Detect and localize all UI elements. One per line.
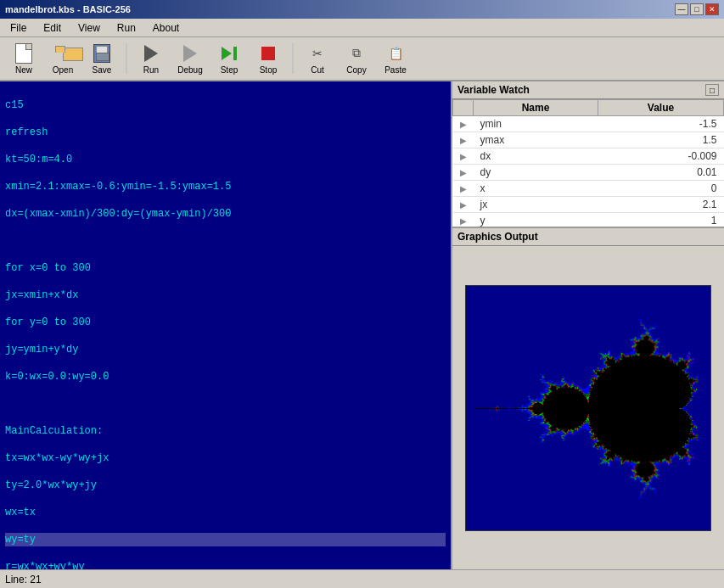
- mandelbrot-canvas: [465, 285, 711, 531]
- var-indicator: ▶: [453, 213, 474, 227]
- variable-watch-expand[interactable]: □: [705, 84, 719, 96]
- code-line: r=wx*wx+wy*wy: [5, 560, 446, 569]
- variable-row: ▶ dx -0.009: [453, 148, 724, 165]
- status-bar: Line: 21: [0, 569, 724, 588]
- toolbar: New Open Save Run Debug Step Stop: [0, 37, 724, 81]
- code-line: refresh: [5, 126, 446, 139]
- menu-file[interactable]: File: [3, 20, 33, 36]
- debug-icon: [183, 45, 197, 62]
- step-button[interactable]: Step: [210, 40, 248, 77]
- var-name: ymax: [474, 132, 598, 148]
- minimize-button[interactable]: —: [675, 3, 688, 15]
- code-line: wx=tx: [5, 506, 446, 519]
- paste-button[interactable]: 📋 Paste: [377, 40, 414, 77]
- close-button[interactable]: ✕: [705, 3, 719, 15]
- code-line: k=0:wx=0.0:wy=0.0: [5, 370, 446, 384]
- code-line: dx=(xmax-xmin)/300:dy=(ymax-ymin)/300: [5, 207, 446, 221]
- var-indicator: ▶: [453, 165, 474, 181]
- toolbar-separator-1: [126, 43, 127, 74]
- var-indicator: ▶: [453, 197, 474, 213]
- code-editor[interactable]: c15 refresh kt=50:m=4.0 xmin=2.1:xmax=-0…: [0, 81, 451, 569]
- app-title: mandelbrot.kbs - BASIC-256: [5, 4, 131, 14]
- variable-row: ▶ y 1: [453, 213, 724, 227]
- var-value: 1: [598, 213, 723, 227]
- code-line: tx=wx*wx-wy*wy+jx: [5, 451, 446, 465]
- status-text: Line: 21: [5, 574, 42, 585]
- code-line: xmin=2.1:xmax=-0.6:ymin=-1.5:ymax=1.5: [5, 180, 446, 193]
- code-line: jy=ymin+y*dy: [5, 343, 446, 356]
- var-name: ymin: [474, 116, 598, 132]
- variable-row: ▶ jx 2.1: [453, 197, 724, 213]
- paste-icon: 📋: [389, 47, 403, 60]
- var-indicator: ▶: [453, 132, 474, 148]
- code-line: [5, 234, 446, 248]
- var-value: 0.01: [598, 165, 723, 181]
- title-bar: mandelbrot.kbs - BASIC-256 — □ ✕: [0, 0, 724, 19]
- toolbar-separator-2: [292, 43, 294, 74]
- var-value: 0: [598, 181, 723, 197]
- save-button[interactable]: Save: [83, 40, 121, 77]
- col-indicator: [453, 100, 474, 116]
- code-line: MainCalculation:: [5, 424, 446, 438]
- variable-row: ▶ ymin -1.5: [453, 116, 724, 132]
- variable-table-scroll[interactable]: Name Value ▶ ymin -1.5▶ ymax 1.5▶ dx -0.…: [452, 99, 724, 227]
- code-line: for x=0 to 300: [5, 261, 446, 275]
- menu-about[interactable]: About: [146, 20, 186, 36]
- variable-row: ▶ dy 0.01: [453, 165, 724, 181]
- step-icon: [222, 47, 237, 60]
- variable-watch: Variable Watch □ Name Value ▶ ymin -1.5▶…: [452, 81, 724, 228]
- run-icon: [144, 45, 158, 62]
- var-name: y: [474, 213, 598, 227]
- menu-run[interactable]: Run: [110, 20, 143, 36]
- code-line: for y=0 to 300: [5, 316, 446, 329]
- stop-icon: [261, 47, 275, 60]
- variable-row: ▶ x 0: [453, 181, 724, 197]
- maximize-button[interactable]: □: [690, 3, 704, 15]
- menu-view[interactable]: View: [71, 20, 107, 36]
- right-panel: Variable Watch □ Name Value ▶ ymin -1.5▶…: [452, 81, 724, 569]
- var-value: 1.5: [598, 132, 723, 148]
- var-value: 2.1: [598, 197, 723, 213]
- variable-watch-header: Variable Watch □: [452, 81, 724, 99]
- copy-icon: ⧉: [352, 46, 361, 60]
- main-content: c15 refresh kt=50:m=4.0 xmin=2.1:xmax=-0…: [0, 81, 724, 569]
- run-button[interactable]: Run: [132, 40, 170, 77]
- code-line: ty=2.0*wx*wy+jy: [5, 479, 446, 492]
- cut-button[interactable]: ✂ Cut: [299, 40, 336, 77]
- code-line: kt=50:m=4.0: [5, 153, 446, 166]
- var-name: jx: [474, 197, 598, 213]
- menu-edit[interactable]: Edit: [36, 20, 68, 36]
- var-indicator: ▶: [453, 116, 474, 132]
- open-icon: [53, 46, 72, 61]
- code-line: [5, 397, 446, 411]
- variable-table: Name Value ▶ ymin -1.5▶ ymax 1.5▶ dx -0.…: [452, 99, 724, 227]
- graphics-header: Graphics Output: [452, 228, 724, 246]
- var-value: -0.009: [598, 148, 723, 165]
- graphics-canvas-wrapper: [452, 246, 724, 569]
- code-line: c15: [5, 98, 446, 112]
- save-icon: [93, 44, 110, 63]
- col-value: Value: [598, 100, 723, 116]
- variable-watch-title: Variable Watch: [457, 84, 530, 96]
- var-value: -1.5: [598, 116, 723, 132]
- stop-button[interactable]: Stop: [250, 40, 287, 77]
- var-indicator: ▶: [453, 181, 474, 197]
- code-line-highlighted: wy=ty: [5, 533, 446, 546]
- var-name: dy: [474, 165, 598, 181]
- code-line: jx=xmin+x*dx: [5, 288, 446, 302]
- code-panel: c15 refresh kt=50:m=4.0 xmin=2.1:xmax=-0…: [0, 81, 452, 569]
- cut-icon: ✂: [312, 47, 323, 60]
- var-name: x: [474, 181, 598, 197]
- copy-button[interactable]: ⧉ Copy: [338, 40, 375, 77]
- new-icon: [15, 43, 32, 64]
- open-button[interactable]: Open: [44, 40, 81, 77]
- graphics-output: Graphics Output: [452, 228, 724, 569]
- variable-row: ▶ ymax 1.5: [453, 132, 724, 148]
- new-button[interactable]: New: [5, 40, 42, 77]
- col-name: Name: [474, 100, 598, 116]
- variable-table-body: ▶ ymin -1.5▶ ymax 1.5▶ dx -0.009▶ dy 0.0…: [453, 116, 724, 227]
- graphics-title: Graphics Output: [457, 231, 538, 243]
- menu-bar: File Edit View Run About: [0, 19, 724, 37]
- var-indicator: ▶: [453, 148, 474, 165]
- debug-button[interactable]: Debug: [171, 40, 209, 77]
